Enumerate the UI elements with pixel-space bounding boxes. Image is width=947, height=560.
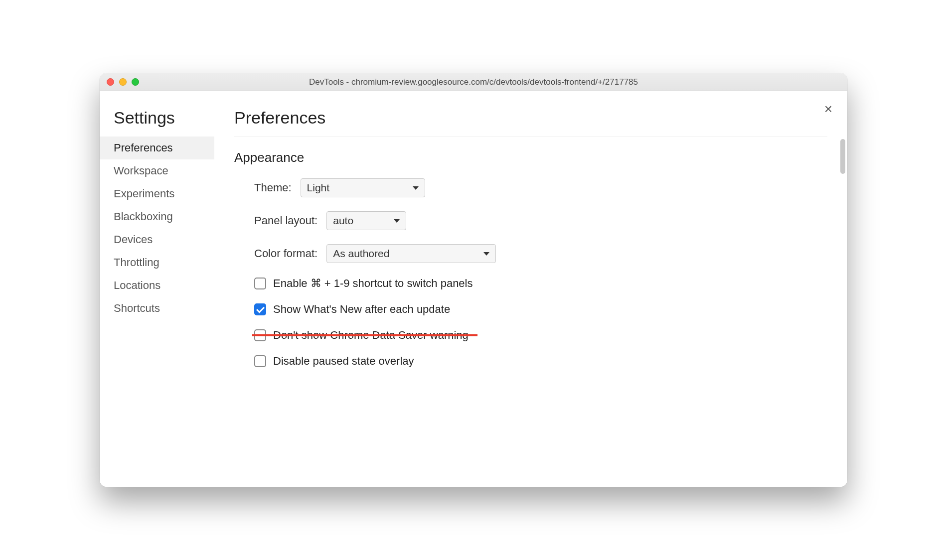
- sidebar-item-locations[interactable]: Locations: [100, 274, 214, 297]
- whats-new-row[interactable]: Show What's New after each update: [234, 303, 827, 316]
- panel-layout-select[interactable]: auto: [326, 211, 406, 230]
- window-title: DevTools - chromium-review.googlesource.…: [100, 77, 847, 87]
- sidebar-item-devices[interactable]: Devices: [100, 228, 214, 251]
- chevron-down-icon: [394, 219, 400, 223]
- enable-shortcut-label: Enable ⌘ + 1-9 shortcut to switch panels: [273, 277, 473, 290]
- color-format-label: Color format:: [254, 247, 317, 260]
- sidebar-item-workspace[interactable]: Workspace: [100, 159, 214, 182]
- appearance-section: Appearance Theme: Light Panel layout: au…: [234, 150, 827, 368]
- devtools-window: DevTools - chromium-review.googlesource.…: [100, 73, 847, 487]
- sidebar-item-throttling[interactable]: Throttling: [100, 251, 214, 274]
- sidebar-item-shortcuts[interactable]: Shortcuts: [100, 297, 214, 320]
- page-title: Preferences: [234, 108, 827, 128]
- panel-layout-row: Panel layout: auto: [234, 211, 827, 230]
- data-saver-struck: Don't show Chrome Data Saver warning: [254, 329, 469, 342]
- panel-layout-label: Panel layout:: [254, 214, 317, 227]
- panel-layout-value: auto: [333, 215, 353, 227]
- theme-label: Theme:: [254, 181, 292, 194]
- color-format-select[interactable]: As authored: [326, 244, 496, 263]
- enable-shortcut-row[interactable]: Enable ⌘ + 1-9 shortcut to switch panels: [234, 277, 827, 290]
- chevron-down-icon: [413, 186, 419, 190]
- whats-new-label: Show What's New after each update: [273, 303, 450, 316]
- close-icon[interactable]: ×: [824, 102, 832, 116]
- scrollbar-thumb[interactable]: [840, 139, 845, 174]
- theme-select[interactable]: Light: [301, 178, 425, 197]
- traffic-lights: [107, 78, 139, 86]
- paused-overlay-label: Disable paused state overlay: [273, 355, 414, 368]
- sidebar-item-preferences[interactable]: Preferences: [100, 137, 214, 159]
- settings-sidebar: Settings Preferences Workspace Experimen…: [100, 91, 214, 487]
- color-format-value: As authored: [333, 248, 389, 260]
- sidebar-heading: Settings: [100, 108, 214, 128]
- data-saver-row[interactable]: Don't show Chrome Data Saver warning: [234, 329, 827, 342]
- settings-content: × Settings Preferences Workspace Experim…: [100, 91, 847, 487]
- chevron-down-icon: [483, 252, 489, 256]
- sidebar-item-blackboxing[interactable]: Blackboxing: [100, 205, 214, 228]
- close-window-button[interactable]: [107, 78, 114, 86]
- strikethrough-annotation: [252, 334, 477, 336]
- minimize-window-button[interactable]: [119, 78, 127, 86]
- divider: [234, 137, 827, 137]
- maximize-window-button[interactable]: [132, 78, 139, 86]
- sidebar-item-experiments[interactable]: Experiments: [100, 182, 214, 205]
- theme-row: Theme: Light: [234, 178, 827, 197]
- paused-overlay-checkbox[interactable]: [254, 355, 266, 367]
- preferences-panel: Preferences Appearance Theme: Light Pane…: [214, 91, 847, 487]
- appearance-heading: Appearance: [234, 150, 827, 165]
- whats-new-checkbox[interactable]: [254, 303, 266, 315]
- paused-overlay-row[interactable]: Disable paused state overlay: [234, 355, 827, 368]
- titlebar: DevTools - chromium-review.googlesource.…: [100, 73, 847, 91]
- color-format-row: Color format: As authored: [234, 244, 827, 263]
- theme-value: Light: [307, 182, 330, 194]
- enable-shortcut-checkbox[interactable]: [254, 278, 266, 289]
